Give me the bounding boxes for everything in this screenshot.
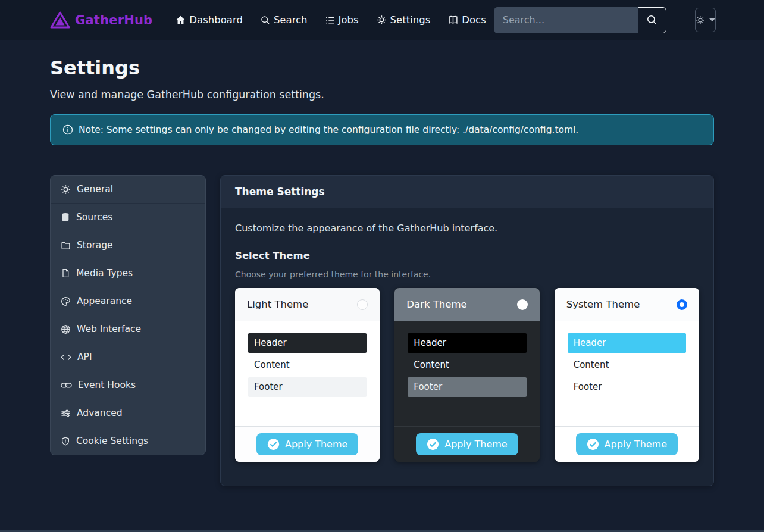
theme-name: Light Theme (247, 299, 308, 310)
shield-icon (61, 436, 70, 446)
gear-icon (696, 15, 705, 25)
sidebar-item-appearance[interactable]: Appearance (51, 287, 205, 315)
nav-item-jobs[interactable]: Jobs (318, 10, 367, 30)
theme-settings-panel: Theme Settings Customize the appearance … (220, 175, 714, 486)
theme-card-footer: Apply Theme (235, 426, 380, 462)
folder-icon (61, 240, 71, 251)
search-input[interactable] (494, 7, 638, 33)
apply-theme-label: Apply Theme (444, 439, 507, 450)
navbar-search (494, 7, 666, 33)
settings-dropdown-button[interactable] (695, 8, 716, 32)
theme-name: Dark Theme (406, 299, 466, 310)
sidebar-item-label: General (77, 184, 113, 195)
preview-content: Content (408, 355, 526, 375)
theme-cards: Light Theme Header Content Footer (235, 288, 699, 462)
sidebar-item-label: Appearance (77, 296, 132, 306)
sidebar-item-label: Advanced (77, 408, 123, 418)
nav-links: Dashboard Search Jobs Settings Docs (168, 10, 493, 30)
sidebar-item-media-types[interactable]: Media Types (51, 259, 205, 287)
search-submit-button[interactable] (638, 7, 666, 33)
theme-preview: Header Content Footer (555, 321, 699, 426)
search-icon (261, 15, 270, 25)
preview-footer: Footer (568, 377, 686, 397)
brand-name: GatherHub (75, 13, 152, 27)
page-footer-strip (0, 530, 764, 532)
apply-theme-button-system[interactable]: Apply Theme (576, 433, 678, 455)
nav-item-docs[interactable]: Docs (440, 10, 493, 30)
settings-sidebar: General Sources Storage Media Types (50, 175, 206, 455)
gear-icon (377, 15, 387, 25)
sidebar-item-storage[interactable]: Storage (51, 231, 205, 259)
globe-icon (61, 324, 71, 334)
theme-name: System Theme (566, 299, 640, 310)
apply-theme-button-dark[interactable]: Apply Theme (416, 433, 518, 455)
sidebar-item-label: API (77, 352, 92, 362)
theme-radio-light[interactable] (357, 299, 368, 310)
panel-title: Theme Settings (221, 176, 713, 208)
sidebar-item-label: Media Types (76, 268, 133, 278)
sidebar-item-web-interface[interactable]: Web Interface (51, 315, 205, 343)
theme-card-light[interactable]: Light Theme Header Content Footer (235, 288, 380, 462)
nav-item-settings[interactable]: Settings (369, 10, 439, 30)
preview-header: Header (248, 333, 367, 353)
link-icon (61, 381, 72, 389)
sidebar-item-event-hooks[interactable]: Event Hooks (51, 371, 205, 399)
nav-item-label: Dashboard (189, 14, 243, 26)
preview-footer: Footer (248, 377, 367, 397)
gatherhub-logo-icon (50, 11, 70, 29)
apply-theme-label: Apply Theme (285, 439, 347, 450)
theme-preview: Header Content Footer (235, 321, 380, 426)
page-content: Settings View and manage GatherHub confi… (0, 40, 764, 486)
sidebar-item-advanced[interactable]: Advanced (51, 399, 205, 427)
nav-item-label: Jobs (339, 14, 359, 26)
nav-item-label: Search (274, 14, 308, 26)
nav-item-search[interactable]: Search (253, 10, 315, 30)
alert-text: Note: Some settings can only be changed … (79, 124, 578, 135)
theme-card-header[interactable]: Light Theme (235, 288, 380, 321)
theme-card-dark[interactable]: Dark Theme Header Content Footer (394, 288, 539, 462)
select-theme-heading: Select Theme (235, 250, 699, 261)
sidebar-item-label: Sources (76, 212, 112, 223)
sidebar-item-label: Storage (77, 240, 113, 251)
database-icon (61, 212, 70, 222)
theme-card-footer: Apply Theme (555, 426, 699, 462)
panel-intro: Customize the appearance of the GatherHu… (235, 223, 699, 234)
list-icon (325, 15, 335, 25)
sidebar-item-label: Web Interface (77, 324, 141, 334)
palette-icon (61, 296, 71, 306)
nav-item-label: Settings (390, 14, 431, 26)
theme-card-header[interactable]: Dark Theme (394, 288, 539, 321)
gear-icon (61, 184, 71, 195)
theme-preview: Header Content Footer (394, 321, 539, 426)
nav-item-dashboard[interactable]: Dashboard (168, 10, 251, 30)
theme-radio-system-checked[interactable] (677, 299, 687, 310)
sidebar-item-label: Cookie Settings (76, 436, 148, 446)
sidebar-item-sources[interactable]: Sources (51, 204, 205, 231)
theme-radio-dark[interactable] (517, 299, 528, 310)
preview-header: Header (568, 333, 686, 353)
page-title: Settings (50, 57, 714, 79)
theme-card-header[interactable]: System Theme (555, 288, 699, 321)
apply-theme-button-light[interactable]: Apply Theme (256, 433, 358, 455)
nav-item-label: Docs (462, 14, 486, 26)
page-subtitle: View and manage GatherHub configuration … (50, 89, 714, 101)
info-icon (62, 124, 73, 135)
check-circle-icon (587, 438, 599, 450)
sidebar-item-cookie-settings[interactable]: Cookie Settings (51, 427, 205, 455)
book-icon (448, 15, 458, 25)
preview-content: Content (248, 355, 367, 375)
preview-footer: Footer (408, 377, 526, 397)
preview-header: Header (408, 333, 526, 353)
theme-card-system[interactable]: System Theme Header Content Footer (555, 288, 699, 462)
sidebar-item-label: Event Hooks (78, 380, 136, 390)
search-icon (646, 14, 657, 26)
code-icon (61, 353, 71, 362)
apply-theme-label: Apply Theme (605, 439, 667, 450)
sidebar-item-api[interactable]: API (51, 343, 205, 371)
sidebar-item-general[interactable]: General (51, 176, 205, 204)
check-circle-icon (427, 438, 439, 450)
preview-content: Content (568, 355, 686, 375)
file-icon (61, 268, 70, 278)
select-theme-hint: Choose your preferred theme for the inte… (235, 270, 699, 279)
brand[interactable]: GatherHub (50, 11, 152, 29)
